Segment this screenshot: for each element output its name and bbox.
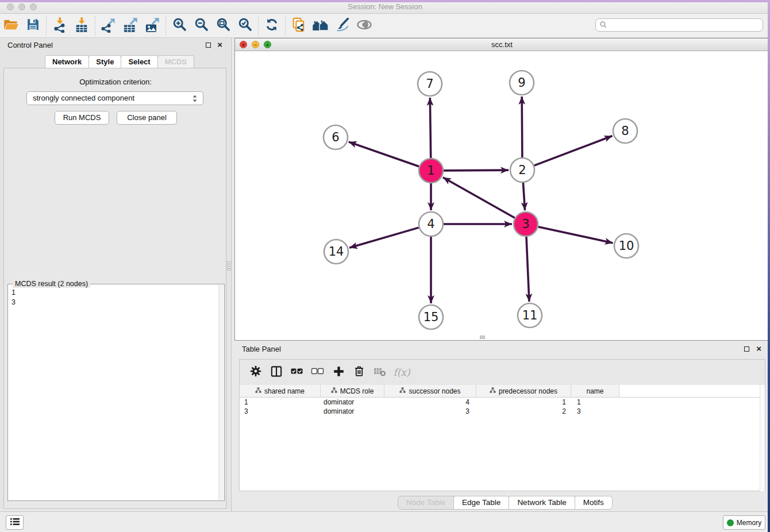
table-scrollbar[interactable]: [760, 385, 765, 491]
import-network-button[interactable]: [49, 16, 71, 36]
show-columns-button[interactable]: [266, 362, 287, 383]
tab-network-table[interactable]: Network Table: [509, 496, 575, 510]
graph-edge-1-6[interactable]: [349, 142, 419, 167]
graph-node-1[interactable]: 1: [419, 159, 443, 183]
table-cell[interactable]: 3: [384, 407, 476, 416]
graph-edge-2-3[interactable]: [523, 183, 525, 210]
graph-edge-3-1[interactable]: [443, 178, 515, 218]
graph-edge-1-7[interactable]: [430, 98, 430, 158]
criterion-select[interactable]: strongly connected component: [26, 91, 203, 105]
tab-network[interactable]: Network: [45, 55, 89, 68]
task-history-button[interactable]: [6, 515, 24, 530]
graphics-details-button[interactable]: [332, 16, 353, 36]
memory-button[interactable]: Memory: [723, 515, 765, 530]
paintbrush-icon: [334, 17, 351, 35]
table-cell[interactable]: 3: [240, 407, 321, 416]
open-file-button[interactable]: [0, 16, 22, 36]
tab-select[interactable]: Select: [121, 55, 157, 68]
table-cell[interactable]: dominator: [321, 407, 384, 416]
minimize-window-button[interactable]: [18, 3, 25, 10]
function-builder-button[interactable]: f(x): [390, 362, 411, 383]
column-header-mcds-role[interactable]: MCDS role: [321, 385, 384, 397]
table-cell[interactable]: 1: [240, 398, 321, 407]
table-settings-button[interactable]: [245, 362, 266, 383]
table-cell[interactable]: 3: [571, 407, 619, 416]
export-image-button[interactable]: [141, 16, 163, 36]
graph-edge-4-14[interactable]: [349, 228, 419, 248]
memory-status-icon: [727, 519, 734, 526]
export-table-button[interactable]: [120, 16, 141, 36]
delete-table-button[interactable]: [369, 362, 390, 383]
float-table-panel-icon[interactable]: [744, 346, 749, 352]
graph-node-7[interactable]: 7: [418, 72, 442, 96]
close-table-panel-icon[interactable]: ×: [756, 343, 761, 354]
table-row[interactable]: 3dominator323: [240, 407, 765, 416]
table-row[interactable]: 1dominator411: [240, 398, 765, 407]
search-input[interactable]: [595, 18, 763, 32]
float-panel-icon[interactable]: [206, 43, 211, 48]
table-cell[interactable]: 1: [571, 398, 619, 407]
annotations-button[interactable]: [353, 16, 375, 36]
first-neighbors-button[interactable]: [310, 16, 332, 36]
close-panel-button[interactable]: Close panel: [117, 111, 177, 125]
graph-node-2[interactable]: 2: [510, 158, 534, 182]
mcds-result-text[interactable]: 1 3: [11, 288, 16, 307]
zoom-selected-button[interactable]: [234, 16, 256, 36]
clone-network-button[interactable]: [288, 16, 310, 36]
save-session-button[interactable]: [22, 16, 44, 36]
column-header-shared-name[interactable]: shared name: [240, 385, 321, 397]
result-scrollbar[interactable]: [218, 285, 224, 500]
graph-edge-2-9[interactable]: [522, 97, 522, 157]
table-cell[interactable]: 2: [476, 407, 571, 416]
panel-divider[interactable]: [231, 38, 232, 511]
graph-node-4[interactable]: 4: [419, 212, 443, 236]
svg-text:11: 11: [522, 309, 538, 322]
export-network-button[interactable]: [98, 16, 120, 36]
graph-node-14[interactable]: 14: [324, 240, 348, 264]
zoom-fit-button[interactable]: [212, 16, 234, 36]
fx-icon: f(x): [393, 367, 410, 378]
create-column-button[interactable]: [328, 362, 349, 383]
network-canvas[interactable]: 1234678910111415: [235, 51, 769, 340]
column-header-successor-nodes[interactable]: successor nodes: [384, 385, 476, 397]
column-header-predecessor-nodes[interactable]: predecessor nodes: [476, 385, 571, 397]
table-cell[interactable]: dominator: [321, 398, 384, 407]
control-panel-title: Control Panel: [7, 41, 53, 49]
table-cell[interactable]: 4: [384, 398, 476, 407]
delete-column-button[interactable]: [349, 362, 369, 383]
zoom-window-button[interactable]: [30, 3, 37, 10]
network-maximize-button[interactable]: +: [264, 41, 271, 48]
graph-edge-1-2[interactable]: [444, 170, 509, 171]
zoom-out-button[interactable]: [190, 16, 212, 36]
graph-edge-3-10[interactable]: [538, 227, 613, 243]
refresh-layout-button[interactable]: [261, 16, 283, 36]
tab-edge-table[interactable]: Edge Table: [453, 496, 509, 510]
network-close-button[interactable]: ×: [240, 41, 247, 48]
run-mcds-button[interactable]: Run MCDS: [55, 111, 109, 125]
tab-mcds[interactable]: MCDS: [157, 55, 194, 68]
network-minimize-button[interactable]: −: [252, 41, 259, 48]
divider-grip[interactable]: [227, 261, 232, 271]
graph-node-9[interactable]: 9: [510, 71, 534, 95]
graph-node-10[interactable]: 10: [614, 234, 638, 258]
graph-node-15[interactable]: 15: [419, 305, 443, 329]
unselect-all-columns-button[interactable]: [307, 362, 328, 383]
graph-node-11[interactable]: 11: [518, 303, 542, 327]
select-all-columns-button[interactable]: [287, 362, 307, 383]
table-cell[interactable]: 1: [476, 398, 571, 407]
import-table-button[interactable]: [71, 16, 93, 36]
column-header-name[interactable]: name: [571, 385, 619, 397]
close-panel-icon[interactable]: ×: [217, 39, 222, 51]
canvas-scrollbar-thumb[interactable]: [480, 336, 485, 339]
network-window-titlebar[interactable]: × − + scc.txt: [235, 38, 769, 51]
tab-node-table[interactable]: Node Table: [398, 496, 454, 510]
graph-edge-3-11[interactable]: [526, 237, 529, 302]
graph-edge-2-8[interactable]: [534, 136, 613, 166]
zoom-in-button[interactable]: [168, 16, 190, 36]
graph-node-8[interactable]: 8: [613, 119, 637, 143]
tab-motifs[interactable]: Motifs: [575, 496, 613, 510]
graph-node-6[interactable]: 6: [324, 125, 348, 149]
close-window-button[interactable]: [7, 3, 14, 10]
graph-node-3[interactable]: 3: [514, 212, 538, 236]
tab-style[interactable]: Style: [88, 55, 121, 68]
